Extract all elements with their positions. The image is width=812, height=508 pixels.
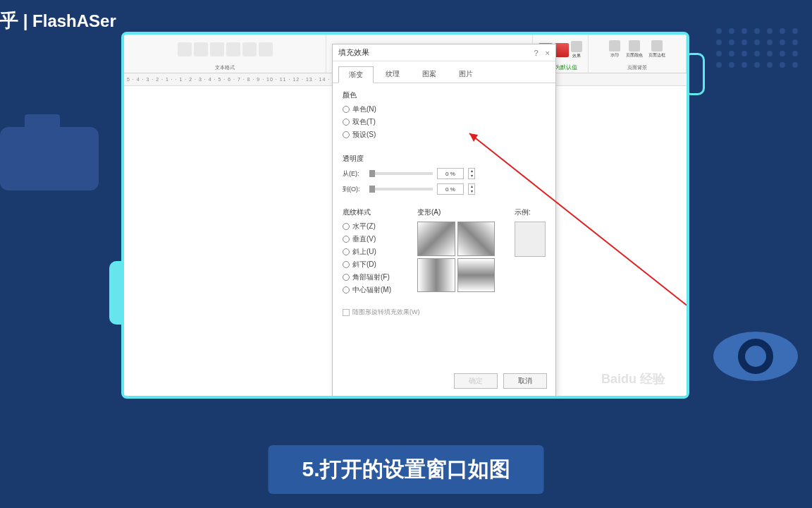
ok-button[interactable]: 确定 [454,373,498,389]
tab-texture[interactable]: 纹理 [375,66,410,83]
watermark-zh: 乎 [0,10,18,31]
ribbon-generic-button[interactable] [242,42,257,56]
variant-option[interactable] [457,222,496,256]
color-section-label: 颜色 [343,90,546,100]
ribbon-generic-button[interactable] [210,42,224,56]
tab-gradient[interactable]: 渐变 [338,66,374,83]
baidu-watermark: Baidu 经验 [601,370,665,387]
ribbon-generic-button[interactable] [259,42,273,56]
to-slider[interactable] [369,188,433,190]
to-label: 到(O): [343,185,365,194]
radio-diag-up[interactable]: 斜上(U) [343,247,405,257]
radio-preset-color[interactable]: 预设(S) [343,130,546,140]
dialog-tabs: 渐变 纹理 图案 图片 [333,61,555,83]
ribbon-generic-button[interactable] [178,42,192,56]
dialog-title-text: 填充效果 [338,47,369,58]
from-percent-input[interactable]: 0 % [437,168,464,179]
tab-picture[interactable]: 图片 [448,66,484,83]
screenshot-frame: 格式 审阅 文本格式 [121,32,689,399]
radio-single-color[interactable]: 单色(N) [343,104,546,114]
ribbon-generic-button[interactable] [194,42,208,56]
radio-corner[interactable]: 角部辐射(F) [343,272,405,282]
sample-swatch [515,222,546,257]
tab-pattern[interactable]: 图案 [412,66,447,83]
ribbon-effect-button[interactable]: 效果 [571,41,582,59]
rotate-fill-checkbox[interactable]: 随图形旋转填充效果(W) [343,308,546,317]
variants-label: 变形(A) [417,207,495,217]
radio-horizontal[interactable]: 水平(Z) [343,222,405,231]
to-spinner[interactable]: ▴▾ [468,183,475,195]
variant-option[interactable] [457,258,496,293]
radio-center[interactable]: 中心辐射(M) [343,285,405,295]
close-icon[interactable]: × [546,49,550,57]
radio-vertical[interactable]: 垂直(V) [343,234,405,244]
ribbon-group-label-pagebg: 页面背景 [627,64,647,71]
page-color-button[interactable]: 页面颜色 [626,40,643,59]
deco-camera-icon [0,127,99,190]
ribbon-color-button[interactable] [555,43,569,57]
cancel-button[interactable]: 取消 [503,373,547,389]
from-label: 从(E): [343,169,365,179]
watermark-brand: FlashASer [32,11,116,30]
page-border-button[interactable]: 页面边框 [648,40,665,59]
variant-option[interactable] [417,258,455,293]
variant-grid [417,222,495,292]
ribbon-group-label-text: 文本格式 [215,64,235,71]
ribbon-generic-button[interactable] [226,42,240,56]
sample-label: 示例: [515,207,546,217]
variant-option[interactable] [417,222,455,256]
radio-diag-down[interactable]: 斜下(D) [343,260,405,270]
dialog-titlebar: 填充效果 ? × [333,44,555,61]
help-icon[interactable]: ? [534,49,538,57]
from-slider[interactable] [369,172,433,175]
from-spinner[interactable]: ▴▾ [468,168,475,179]
radio-double-color[interactable]: 双色(T) [343,117,546,127]
page-watermark: 乎 | FlashASer [0,8,116,33]
watermark-button[interactable]: 水印 [609,40,620,59]
style-section-label: 底纹样式 [343,207,405,217]
fill-effects-dialog: 填充效果 ? × 渐变 纹理 图案 图片 颜色 单色(N) 双色(T) 预设(S… [332,44,556,397]
to-percent-input[interactable]: 0 % [437,183,464,195]
deco-dots [716,28,798,68]
caption-bar: 5.打开的设置窗口如图 [268,445,543,494]
transparency-section-label: 透明度 [343,154,546,164]
deco-eye-icon [713,332,798,381]
